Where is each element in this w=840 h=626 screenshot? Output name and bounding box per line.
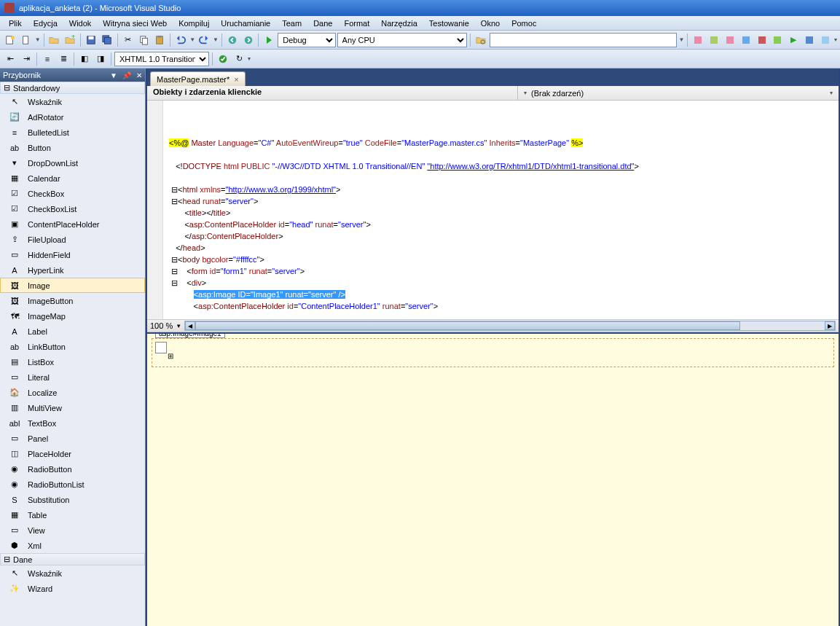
toolbox-item-fileupload[interactable]: ⇪FileUpload (0, 232, 145, 247)
toolbox-item-hyperlink[interactable]: AHyperLink (0, 262, 145, 278)
uncomment-button[interactable]: ≣ (56, 52, 71, 66)
toolbox-item-table[interactable]: ▦Table (0, 507, 145, 523)
nav-events[interactable]: ▾ (Brak zdarzeń) ▾ (518, 86, 839, 100)
scroll-right-icon[interactable]: ▶ (825, 321, 835, 330)
toolbox-item-checkbox[interactable]: ☑CheckBox (0, 186, 145, 201)
toolbox-item-imagemap[interactable]: 🗺ImageMap (0, 308, 145, 324)
toolbox-item-textbox[interactable]: ablTextBox (0, 415, 145, 431)
open-button[interactable] (47, 33, 62, 47)
undo-button[interactable] (173, 33, 188, 47)
toolbox-item-radiobuttonlist[interactable]: ◉RadioButtonList (0, 477, 145, 492)
redo-button[interactable] (197, 33, 211, 47)
toolbox-body[interactable]: ⊟Standardowy ↖Wskaźnik🔄AdRotator≡Bullete… (0, 82, 145, 626)
indent-button[interactable]: ⇥ (19, 52, 34, 66)
bookmark2-button[interactable]: ◨ (93, 52, 108, 66)
config-select[interactable]: Debug (278, 33, 335, 47)
toolbox-item-wizard[interactable]: ✨Wizard (0, 581, 145, 596)
image-placeholder[interactable] (155, 342, 167, 353)
toolbox-item-substitution[interactable]: SSubstitution (0, 492, 145, 507)
toolbox-item-wskaźnik[interactable]: ↖Wskaźnik (0, 566, 145, 581)
menu-team[interactable]: Team (276, 17, 307, 29)
toolbox-item-dropdownlist[interactable]: ▾DropDownList (0, 155, 145, 171)
toolbox-item-checkboxlist[interactable]: ☑CheckBoxList (0, 201, 145, 216)
add-button[interactable]: + (63, 33, 77, 47)
tb-f[interactable] (770, 33, 785, 47)
cut-button[interactable]: ✂ (121, 33, 136, 47)
toolbox-item-xml[interactable]: ⬢Xml (0, 538, 145, 553)
zoom-level[interactable]: 100 % (150, 321, 173, 330)
close-tab-icon[interactable]: × (234, 75, 238, 84)
find-input[interactable] (490, 33, 678, 47)
tb-e[interactable] (755, 33, 769, 47)
file-tab[interactable]: MasterPage.master* × (150, 71, 246, 86)
menu-data[interactable]: Dane (307, 17, 338, 29)
toolbox-item-radiobutton[interactable]: ◉RadioButton (0, 461, 145, 477)
menu-edit[interactable]: Edycja (28, 17, 63, 29)
toolbox-item-adrotator[interactable]: 🔄AdRotator (0, 109, 145, 125)
design-view[interactable]: asp:Image#Image1 (147, 332, 839, 626)
menu-tools[interactable]: Narzędzia (375, 17, 423, 29)
menu-website[interactable]: Witryna sieci Web (97, 17, 173, 29)
save-button[interactable] (84, 33, 98, 47)
menu-debug[interactable]: Uruchamianie (215, 17, 276, 29)
toolbox-group-data[interactable]: ⊟Dane (0, 553, 145, 566)
menu-window[interactable]: Okno (475, 17, 506, 29)
outdent-button[interactable]: ⇤ (3, 52, 17, 66)
toolbox-item-listbox[interactable]: ▤ListBox (0, 354, 145, 369)
toolbox-item-imagebutton[interactable]: 🖼ImageButton (0, 293, 145, 308)
toolbox-item-linkbutton[interactable]: abLinkButton (0, 339, 145, 354)
find-button[interactable] (474, 33, 488, 47)
nav-fwd-button[interactable] (241, 33, 256, 47)
tb-i[interactable] (818, 33, 833, 47)
menu-view[interactable]: Widok (63, 17, 98, 29)
dropdown-icon[interactable]: ▼ (110, 71, 117, 79)
scroll-left-icon[interactable]: ◀ (185, 321, 195, 330)
start-debug-button[interactable] (262, 33, 276, 47)
menu-format[interactable]: Format (338, 17, 375, 29)
scroll-thumb[interactable] (195, 321, 740, 330)
code-editor[interactable]: <%@ Master Language="C#" AutoEventWireup… (147, 101, 839, 319)
toolbox-item-image[interactable]: 🖼Image (0, 278, 145, 293)
menu-test[interactable]: Testowanie (423, 17, 475, 29)
nav-objects[interactable]: Obiekty i zdarzenia klienckie (147, 86, 518, 100)
nav-back-button[interactable] (225, 33, 240, 47)
toolbox-item-panel[interactable]: ▭Panel (0, 431, 145, 446)
design-canvas[interactable]: asp:Image#Image1 (152, 338, 834, 367)
copy-button[interactable] (137, 33, 152, 47)
tb-a[interactable] (691, 33, 705, 47)
refresh-button[interactable]: ↻ (232, 52, 246, 66)
pin-icon[interactable]: 📌 (122, 71, 131, 79)
toolbox-item-view[interactable]: ▭View (0, 523, 145, 538)
horizontal-scrollbar[interactable]: ◀ ▶ (184, 321, 836, 331)
toolbox-item-literal[interactable]: ▭Literal (0, 369, 145, 385)
platform-select[interactable]: Any CPU (337, 33, 467, 47)
save-all-button[interactable] (100, 33, 114, 47)
comment-button[interactable]: ≡ (40, 52, 55, 66)
menu-file[interactable]: Plik (3, 17, 28, 29)
tb-h[interactable] (802, 33, 817, 47)
tb-g[interactable]: ▶ (786, 33, 801, 47)
toolbox-item-hiddenfield[interactable]: ▭HiddenField (0, 247, 145, 262)
bookmark-button[interactable]: ◧ (77, 52, 92, 66)
validate-button[interactable] (216, 52, 230, 66)
toolbox-item-wskaźnik[interactable]: ↖Wskaźnik (0, 94, 145, 109)
toolbox-item-multiview[interactable]: ▥MultiView (0, 400, 145, 415)
new-item-button[interactable] (19, 33, 34, 47)
toolbox-item-localize[interactable]: 🏠Localize (0, 385, 145, 400)
new-project-button[interactable] (3, 33, 17, 47)
toolbox-item-contentplaceholder[interactable]: ▣ContentPlaceHolder (0, 216, 145, 232)
toolbox-item-label[interactable]: ALabel (0, 324, 145, 339)
tb-b[interactable] (707, 33, 721, 47)
toolbox-item-placeholder[interactable]: ◫PlaceHolder (0, 446, 145, 461)
menu-build[interactable]: Kompiluj (173, 17, 215, 29)
menu-help[interactable]: Pomoc (506, 17, 542, 29)
paste-button[interactable] (153, 33, 168, 47)
close-icon[interactable]: ✕ (136, 71, 142, 79)
toolbox-group-standard[interactable]: ⊟Standardowy (0, 82, 145, 94)
tb-d[interactable] (739, 33, 753, 47)
toolbox-item-button[interactable]: abButton (0, 140, 145, 155)
toolbox-item-bulletedlist[interactable]: ≡BulletedList (0, 125, 145, 140)
toolbox-item-calendar[interactable]: ▦Calendar (0, 171, 145, 186)
doctype-select[interactable]: XHTML 1.0 Transitional (114, 52, 209, 66)
tb-c[interactable] (723, 33, 737, 47)
